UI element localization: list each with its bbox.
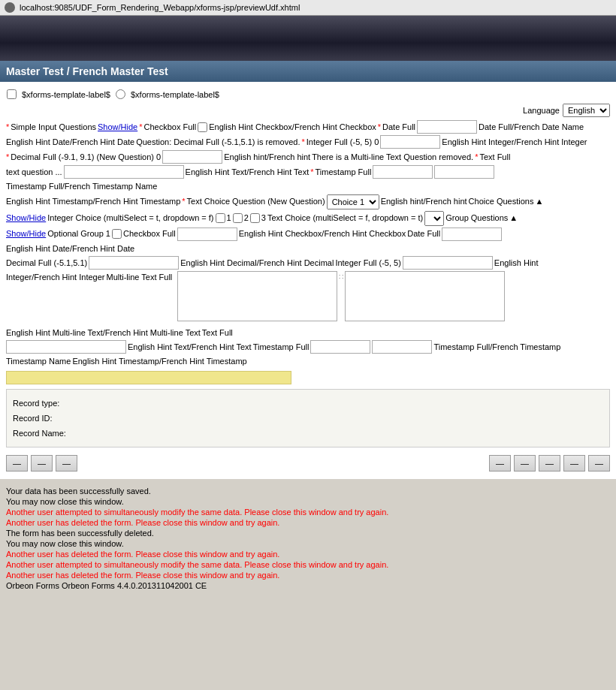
asterisk-5: *	[6, 151, 9, 164]
record-type-row: Record type:	[13, 396, 603, 411]
btn-right-5[interactable]: —	[588, 455, 610, 472]
optional-date-input[interactable]	[177, 227, 237, 241]
template-checkbox-label: $xforms-template-label$	[22, 90, 110, 99]
optional-group-checkbox[interactable]	[112, 229, 122, 239]
btn-left-1[interactable]: —	[6, 455, 28, 472]
template-row: $xforms-template-label$ $xforms-template…	[6, 86, 610, 102]
date-full-name: Date Full/French Date Name	[479, 121, 584, 134]
optional-decimal-input[interactable]	[89, 256, 179, 270]
form-line-5: English Hint Timestamp/French Hint Times…	[6, 194, 610, 209]
optional-english-hint-checkbox: English Hint Checkbox/French Hint Checkb…	[239, 227, 406, 240]
optional-english-hint-date: English Hint Date/French Hint Date	[6, 243, 134, 255]
english-hint-choice: English hint/French hint	[381, 195, 467, 208]
optional-integer-input[interactable]	[403, 256, 493, 270]
integer-choice-opt3: 3	[261, 212, 266, 224]
text-full-input[interactable]	[64, 165, 184, 179]
notif-2: You may now close this window.	[6, 497, 610, 506]
notif-10: Orbeon Forms Orbeon Forms 4.4.0.20131104…	[6, 581, 610, 590]
form-line-2: English Hint Date/French Hint Date Quest…	[6, 135, 610, 149]
checkbox-full-input[interactable]	[198, 122, 207, 132]
timestamp-full2-input1[interactable]	[310, 340, 370, 354]
form-line-8: Decimal Full (-5.1,5.1) English Hint Dec…	[6, 256, 610, 270]
btn-left-3[interactable]: —	[56, 455, 77, 472]
english-hint-checkbox: English Hint Checkbox/French Hint Checkb…	[209, 121, 376, 134]
decimal-full-input[interactable]	[162, 150, 222, 164]
integer-choice-label: Integer Choice (multiSelect = t, dropdow…	[47, 212, 213, 224]
optional-integer-label: Integer Full (-5, 5)	[335, 257, 400, 270]
form-content: *Simple Input Questions Show/Hide *Check…	[6, 120, 610, 368]
optional-checkbox-full-label: Checkbox Full	[123, 227, 176, 240]
date-full-input[interactable]	[417, 120, 477, 134]
left-btn-group: — — —	[6, 455, 77, 472]
multiline-textarea-right[interactable]	[345, 271, 505, 321]
timestamp-name2-label: Timestamp Name	[6, 355, 71, 368]
notif-6: You may now close this window.	[6, 539, 610, 548]
text-full-label: Text Full	[479, 151, 510, 164]
form-line-textfull: English Hint Text/French Hint Text Times…	[6, 340, 610, 354]
notif-9: Another user has deleted the form. Pleas…	[6, 571, 610, 580]
right-btn-group: — — — — —	[489, 455, 610, 472]
text-full2-input[interactable]	[6, 340, 126, 354]
multiline-textarea-block2	[345, 271, 505, 325]
timestamp-full-name: Timestamp Full/French Timestamp Name	[6, 180, 157, 193]
multiline-textarea-left[interactable]	[177, 271, 337, 321]
toolbar-gradient	[0, 16, 616, 61]
timestamp-full-input[interactable]	[373, 165, 433, 179]
optional-date-full-input[interactable]	[442, 227, 502, 241]
checkbox-full-label: Checkbox Full	[144, 121, 197, 134]
show-hide-link-3[interactable]: Show/Hide	[6, 227, 46, 240]
english-hint-french: English hint/French hint	[224, 151, 310, 164]
template-radio[interactable]	[116, 89, 125, 99]
text-choice-label: Text Choice Question (New Question)	[187, 195, 325, 208]
timestamp-full2-label: Timestamp Full	[253, 341, 310, 354]
record-section: Record type: Record ID: Record Name:	[6, 389, 610, 447]
browser-icon	[5, 2, 15, 13]
group-questions-label: Group Questions	[445, 212, 508, 224]
integer-full-input[interactable]	[380, 135, 440, 149]
text-full2-label: Text Full	[202, 327, 233, 339]
btn-left-2[interactable]: —	[31, 455, 53, 472]
integer-full-label: Integer Full (-5, 5) 0	[306, 136, 379, 149]
optional-decimal-label: Decimal Full (-5.1,5.1)	[6, 257, 87, 270]
template-checkbox[interactable]	[7, 89, 17, 99]
language-select[interactable]: English French	[563, 104, 610, 117]
multiline-textarea-block	[177, 271, 337, 325]
record-type-label: Record type:	[13, 399, 59, 408]
text-choice-dropdown-label: Text Choice (multiSelect = f, dropdown =…	[267, 212, 423, 224]
page-header: Master Test / French Master Test	[0, 61, 616, 82]
btn-right-3[interactable]: —	[539, 455, 560, 472]
integer-choice-cb1[interactable]	[216, 213, 225, 223]
simple-input-label: Simple Input Questions	[11, 121, 96, 134]
btn-right-4[interactable]: —	[563, 455, 585, 472]
asterisk-4: *	[301, 136, 304, 149]
asterisk-6: *	[475, 151, 478, 164]
btn-right-2[interactable]: —	[514, 455, 536, 472]
english-hint-text2: English Hint Text/French Hint Text	[128, 341, 252, 354]
show-hide-link-2[interactable]: Show/Hide	[6, 212, 46, 224]
record-name-row: Record Name:	[13, 426, 603, 441]
choice-questions-label: Choice Questions	[469, 195, 534, 208]
language-label: Language	[523, 106, 560, 115]
timestamp-full-input2[interactable]	[434, 165, 494, 179]
notif-8: Another user attempted to simultaneously…	[6, 560, 610, 569]
show-hide-link-1[interactable]: Show/Hide	[98, 121, 137, 134]
form-line-6: Show/Hide Integer Choice (multiSelect = …	[6, 211, 610, 226]
english-hint-timestamp2: English Hint Timestamp/French Hint Times…	[72, 355, 246, 368]
multiline-full-label: Multi-line Text Full	[106, 271, 172, 284]
english-hint-timestamp: English Hint Timestamp/French Hint Times…	[6, 195, 180, 208]
date-full-label: Date Full	[382, 121, 415, 134]
template-radio-label: $xforms-template-label$	[131, 90, 219, 99]
form-line-4: text question ... English Hint Text/Fren…	[6, 165, 610, 193]
text-choice-dropdown[interactable]	[424, 211, 444, 226]
timestamp-full2-input2[interactable]	[372, 340, 432, 354]
btn-right-1[interactable]: —	[489, 455, 511, 472]
form-line-1: *Simple Input Questions Show/Hide *Check…	[6, 120, 610, 134]
integer-choice-cb3[interactable]	[250, 213, 260, 223]
integer-choice-opt2: 2	[244, 212, 249, 224]
integer-choice-cb2[interactable]	[233, 213, 243, 223]
resize-handle: ∷	[339, 271, 343, 282]
bottom-buttons-row: — — — — — — — —	[6, 452, 610, 475]
text-question-placeholder: text question ...	[6, 166, 62, 179]
notif-5: The form has been successfully deleted.	[6, 529, 610, 538]
text-choice-select[interactable]: Choice 1	[327, 194, 379, 209]
